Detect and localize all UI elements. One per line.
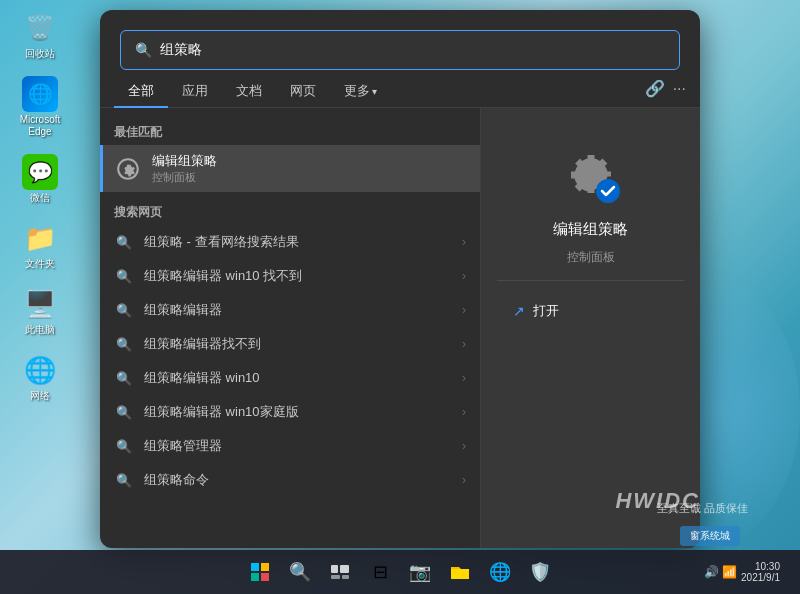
widgets-icon[interactable]: ⊟ <box>362 554 398 590</box>
svg-rect-1 <box>251 563 259 571</box>
desktop: 🗑️ 回收站 🌐 Microsoft Edge 💬 微信 📁 文件夹 🖥️ 此电… <box>0 0 800 594</box>
network-label: 网络 <box>30 390 50 402</box>
svg-rect-3 <box>251 573 259 581</box>
show-desktop-button[interactable] <box>784 552 788 592</box>
web-result-text-2: 组策略编辑器 <box>144 301 452 319</box>
web-search-icon-1: 🔍 <box>114 266 134 286</box>
web-result-text-4: 组策略编辑器 win10 <box>144 369 452 387</box>
slogan-text: 至真至诚 品质保佳 <box>657 501 748 516</box>
web-result-1[interactable]: 🔍 组策略编辑器 win10 找不到 › <box>100 259 480 293</box>
arrow-icon-0: › <box>462 235 466 249</box>
web-result-text-7: 组策略命令 <box>144 471 452 489</box>
tab-docs[interactable]: 文档 <box>222 76 276 108</box>
detail-separator <box>497 280 684 281</box>
search-query[interactable]: 组策略 <box>160 41 665 59</box>
results-pane: 最佳匹配 编辑组策略 <box>100 108 480 548</box>
desktop-icon-recycle[interactable]: 🗑️ 回收站 <box>12 10 68 60</box>
arrow-icon-7: › <box>462 473 466 487</box>
more-options-icon[interactable]: ··· <box>673 80 686 98</box>
web-result-4[interactable]: 🔍 组策略编辑器 win10 › <box>100 361 480 395</box>
web-result-2[interactable]: 🔍 组策略编辑器 › <box>100 293 480 327</box>
detail-title: 编辑组策略 <box>553 220 628 239</box>
taskbar-icons: 🔍 ⊟ 📷 🌐 🛡️ <box>242 554 558 590</box>
arrow-icon-5: › <box>462 405 466 419</box>
best-match-item[interactable]: 编辑组策略 控制面板 <box>100 145 480 192</box>
best-match-text: 编辑组策略 控制面板 <box>152 152 217 185</box>
svg-rect-8 <box>342 575 349 579</box>
web-search-icon-7: 🔍 <box>114 470 134 490</box>
clock-date: 2021/9/1 <box>741 572 780 583</box>
clock-time: 10:30 <box>755 561 780 572</box>
network-icon: 🌐 <box>22 352 58 388</box>
file-explorer-taskbar[interactable] <box>442 554 478 590</box>
open-button[interactable]: ↗ 打开 <box>497 295 575 327</box>
best-match-subtitle: 控制面板 <box>152 170 217 185</box>
svg-rect-5 <box>331 565 338 573</box>
tab-web[interactable]: 网页 <box>276 76 330 108</box>
web-search-icon-6: 🔍 <box>114 436 134 456</box>
svg-point-0 <box>596 179 620 203</box>
tab-apps[interactable]: 应用 <box>168 76 222 108</box>
search-box[interactable]: 🔍 组策略 <box>120 30 680 70</box>
web-search-icon-2: 🔍 <box>114 300 134 320</box>
arrow-icon-6: › <box>462 439 466 453</box>
web-result-5[interactable]: 🔍 组策略编辑器 win10家庭版 › <box>100 395 480 429</box>
open-label: 打开 <box>533 302 559 320</box>
wechat-icon: 💬 <box>22 154 58 190</box>
tab-all[interactable]: 全部 <box>114 76 168 108</box>
svg-rect-6 <box>340 565 349 573</box>
tab-more[interactable]: 更多 ▾ <box>330 76 391 108</box>
search-tabs: 全部 应用 文档 网页 更多 ▾ 🔗 ··· <box>100 70 700 108</box>
open-icon: ↗ <box>513 303 525 319</box>
web-search-icon-3: 🔍 <box>114 334 134 354</box>
web-result-0[interactable]: 🔍 组策略 - 查看网络搜索结果 › <box>100 225 480 259</box>
taskbar: 🔍 ⊟ 📷 🌐 🛡️ 🔊 📶 <box>0 550 800 594</box>
web-result-text-1: 组策略编辑器 win10 找不到 <box>144 267 452 285</box>
desktop-icon-wechat[interactable]: 💬 微信 <box>12 154 68 204</box>
camera-icon[interactable]: 📷 <box>402 554 438 590</box>
site-watermark: 窗系统城 <box>680 526 740 546</box>
arrow-icon-4: › <box>462 371 466 385</box>
best-match-label: 最佳匹配 <box>100 118 480 145</box>
tray-clock[interactable]: 10:30 2021/9/1 <box>741 561 780 583</box>
task-view[interactable] <box>322 554 358 590</box>
desktop-icon-edge[interactable]: 🌐 Microsoft Edge <box>12 76 68 138</box>
recycle-bin-label: 回收站 <box>25 48 55 60</box>
arrow-icon-3: › <box>462 337 466 351</box>
recycle-bin-icon: 🗑️ <box>22 10 58 46</box>
detail-subtitle: 控制面板 <box>567 249 615 266</box>
start-button[interactable] <box>242 554 278 590</box>
search-icon: 🔍 <box>135 42 152 58</box>
share-icon[interactable]: 🔗 <box>645 79 665 98</box>
edge-taskbar[interactable]: 🌐 <box>482 554 518 590</box>
system-tray: 🔊 📶 10:30 2021/9/1 <box>704 550 792 594</box>
desktop-icons-container: 🗑️ 回收站 🌐 Microsoft Edge 💬 微信 📁 文件夹 🖥️ 此电… <box>12 10 68 402</box>
web-result-text-0: 组策略 - 查看网络搜索结果 <box>144 233 452 251</box>
security-icon[interactable]: 🛡️ <box>522 554 558 590</box>
svg-rect-7 <box>331 575 340 579</box>
web-result-text-5: 组策略编辑器 win10家庭版 <box>144 403 452 421</box>
web-search-icon-5: 🔍 <box>114 402 134 422</box>
detail-pane: 编辑组策略 控制面板 ↗ 打开 <box>480 108 700 548</box>
detail-icon-container <box>555 138 627 210</box>
taskbar-search[interactable]: 🔍 <box>282 554 318 590</box>
tray-icons: 🔊 📶 <box>704 565 737 579</box>
desktop-icon-network[interactable]: 🌐 网络 <box>12 352 68 402</box>
svg-rect-2 <box>261 563 269 571</box>
web-result-6[interactable]: 🔍 组策略管理器 › <box>100 429 480 463</box>
arrow-icon-2: › <box>462 303 466 317</box>
web-search-icon-0: 🔍 <box>114 232 134 252</box>
web-search-icon-4: 🔍 <box>114 368 134 388</box>
group-policy-large-icon <box>556 139 626 209</box>
edge-label: Microsoft Edge <box>12 114 68 138</box>
web-result-3[interactable]: 🔍 组策略编辑器找不到 › <box>100 327 480 361</box>
web-result-7[interactable]: 🔍 组策略命令 › <box>100 463 480 497</box>
web-result-text-6: 组策略管理器 <box>144 437 452 455</box>
desktop-icon-computer[interactable]: 🖥️ 此电脑 <box>12 286 68 336</box>
folder-label: 文件夹 <box>25 258 55 270</box>
search-content: 最佳匹配 编辑组策略 <box>100 108 700 548</box>
chevron-down-icon: ▾ <box>372 86 377 97</box>
group-policy-icon <box>114 155 142 183</box>
web-search-label: 搜索网页 <box>100 198 480 225</box>
desktop-icon-folder[interactable]: 📁 文件夹 <box>12 220 68 270</box>
